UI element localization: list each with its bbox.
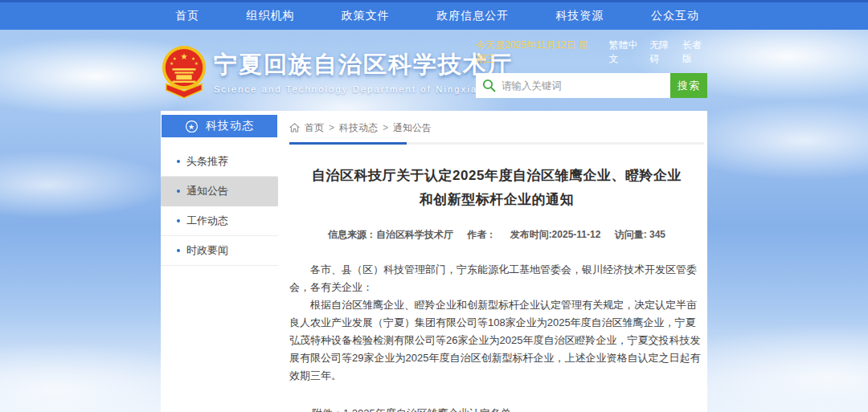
attachment-link-eagle-list[interactable]: 1.2025年度自治区雏鹰企业认定名单 [343, 404, 542, 412]
sidebar-item-label: 头条推荐 [186, 154, 228, 169]
top-nav: 首页 组织机构 政策文件 政府信息公开 科技资源 公众互动 [0, 0, 868, 30]
breadcrumb-separator: > [329, 122, 334, 133]
article-title-line1: 自治区科技厅关于认定2025年度自治区雏鹰企业、瞪羚企业 [312, 168, 682, 183]
article-paragraph: 各市、县（区）科技管理部门，宁东能源化工基地管委会，银川经济技术开发区管委会，各… [289, 261, 704, 296]
breadcrumb-tech-news[interactable]: 科技动态 [339, 121, 378, 135]
breadcrumb: 首页 > 科技动态 > 通知公告 [289, 119, 704, 137]
breadcrumb-home[interactable]: 首页 [305, 121, 324, 135]
nav-item-home[interactable]: 首页 [175, 9, 199, 23]
svg-text:★: ★ [170, 61, 174, 66]
nav-item-gov-info-disclosure[interactable]: 政府信息公开 [436, 9, 509, 23]
article-meta: 信息来源：自治区科学技术厅 作者： 发布时间:2025-11-12 访问量: 3… [289, 228, 704, 242]
sidebar-item-label: 时政要闻 [186, 243, 228, 258]
sidebar-item-label: 通知公告 [186, 184, 228, 198]
meta-visit-count: 访问量: 345 [615, 229, 665, 240]
link-elder-version[interactable]: 长者版 [682, 39, 707, 66]
star-circle-icon: ★ [185, 120, 199, 133]
attachments-list: 1.2025年度自治区雏鹰企业认定名单 2.2025年度自治区瞪羚企业认定名单 … [343, 404, 542, 412]
site-header: ★ ★ ★ ★ ★ 宁夏回族自治区科学技术厅 Science and Techn… [161, 30, 709, 111]
nav-item-organization[interactable]: 组织机构 [246, 9, 294, 23]
svg-text:★: ★ [194, 61, 199, 66]
header-right: 今天是2025年11月12日 星期三 繁體中文 无障碍 长者版 搜索 [476, 39, 707, 98]
svg-text:★: ★ [188, 123, 195, 131]
breadcrumb-current-notices: 通知公告 [393, 121, 432, 135]
header-top-links: 今天是2025年11月12日 星期三 繁體中文 无障碍 长者版 [476, 39, 707, 66]
link-traditional-chinese[interactable]: 繁體中文 [609, 39, 643, 66]
nav-item-tech-resources[interactable]: 科技资源 [556, 9, 604, 23]
search-button[interactable]: 搜索 [670, 73, 707, 98]
site-brand: ★ ★ ★ ★ ★ 宁夏回族自治区科学技术厅 Science and Techn… [161, 44, 513, 99]
article-paragraph: 根据自治区雏鹰企业、瞪羚企业和创新型标杆企业认定管理有关规定，决定认定半亩良人农… [289, 296, 704, 385]
nav-item-policy-documents[interactable]: 政策文件 [342, 9, 390, 23]
search-bar: 搜索 [476, 73, 707, 98]
meta-source: 信息来源：自治区科学技术厅 [328, 229, 453, 240]
search-icon [482, 79, 496, 92]
home-icon [289, 123, 300, 133]
search-input[interactable] [476, 73, 670, 98]
national-emblem-logo: ★ ★ ★ ★ ★ [161, 44, 207, 99]
bullet-dot-icon [177, 160, 180, 163]
attachments-label: 附件： [312, 404, 343, 412]
sidebar-item-notices[interactable]: 通知公告 [161, 177, 278, 206]
today-date: 今天是2025年11月12日 星期三 [476, 39, 591, 66]
attachments: 附件： 1.2025年度自治区雏鹰企业认定名单 2.2025年度自治区瞪羚企业认… [312, 404, 704, 412]
sidebar-menu: 头条推荐 通知公告 工作动态 时政要闻 [161, 147, 278, 266]
sidebar-item-work-updates[interactable]: 工作动态 [161, 206, 278, 236]
sidebar-item-headline-picks[interactable]: 头条推荐 [161, 147, 278, 177]
site-subtitle: Science and Technology Department of Nin… [214, 84, 513, 94]
breadcrumb-divider [289, 142, 704, 145]
breadcrumb-divider-accent [289, 142, 407, 145]
sidebar-item-label: 工作动态 [186, 214, 228, 228]
article-area: 首页 > 科技动态 > 通知公告 自治区科技厅关于认定2025年度自治区雏鹰企业… [278, 111, 707, 412]
article-title-line2: 和创新型标杆企业的通知 [420, 192, 575, 207]
article-body: 各市、县（区）科技管理部门，宁东能源化工基地管委会，银川经济技术开发区管委会，各… [289, 261, 704, 385]
sidebar-header: ★ 科技动态 [162, 115, 277, 137]
meta-publish-time: 发布时间:2025-11-12 [510, 229, 601, 240]
sidebar-title: 科技动态 [206, 119, 254, 133]
breadcrumb-separator: > [383, 122, 388, 133]
site-title: 宁夏回族自治区科学技术厅 [214, 49, 513, 81]
sidebar: ★ 科技动态 头条推荐 通知公告 工作动态 时政要闻 [161, 111, 278, 412]
bullet-dot-icon [177, 190, 180, 193]
meta-author: 作者： [467, 229, 496, 240]
nav-item-public-interaction[interactable]: 公众互动 [651, 9, 699, 23]
content-panel: ★ 科技动态 头条推荐 通知公告 工作动态 时政要闻 [161, 111, 707, 412]
bullet-dot-icon [177, 219, 180, 222]
site-titles: 宁夏回族自治区科学技术厅 Science and Technology Depa… [214, 44, 513, 94]
svg-text:★: ★ [180, 51, 188, 61]
sidebar-item-political-news[interactable]: 时政要闻 [161, 236, 278, 266]
article-title: 自治区科技厅关于认定2025年度自治区雏鹰企业、瞪羚企业 和创新型标杆企业的通知 [289, 164, 704, 212]
link-accessibility[interactable]: 无障碍 [649, 39, 674, 66]
bullet-dot-icon [177, 249, 180, 252]
